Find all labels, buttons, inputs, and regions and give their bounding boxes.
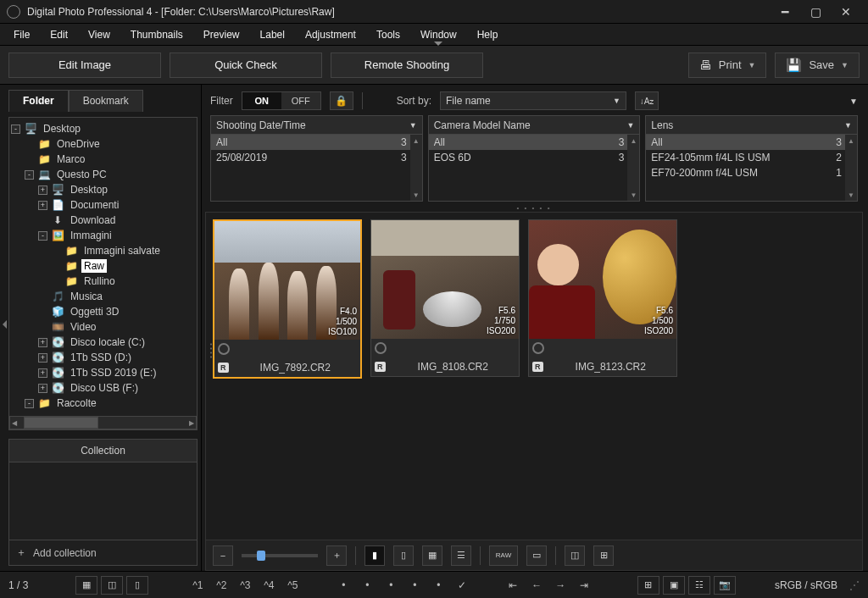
filter-row[interactable]: EF70-200mm f/4L USM1 <box>646 165 857 180</box>
tree-node-video[interactable]: 🎞️Video <box>11 319 195 335</box>
tree-node-rullino[interactable]: 📁Rullino <box>11 274 195 289</box>
menu-help[interactable]: Help <box>469 25 507 44</box>
menu-view[interactable]: View <box>80 25 119 44</box>
vertical-scrollbar[interactable]: ▲▼ <box>627 135 639 201</box>
view-single-button[interactable]: ▮ <box>364 545 385 566</box>
tree-node-questo-pc[interactable]: -💻Questo PC <box>11 167 195 182</box>
view-filmstrip-button[interactable]: ▯ <box>393 545 414 566</box>
filter-row[interactable]: All3 <box>429 135 640 150</box>
add-collection-button[interactable]: ＋ Add collection <box>9 540 197 565</box>
collapse-icon[interactable]: - <box>38 231 47 241</box>
vertical-scrollbar[interactable]: ▲▼ <box>410 135 422 201</box>
horizontal-splitter[interactable]: • • • • • <box>205 205 863 212</box>
scroll-up-icon[interactable]: ▲ <box>845 135 857 147</box>
scroll-up-icon[interactable]: ▲ <box>627 135 639 147</box>
label-4[interactable]: • <box>428 576 448 595</box>
view-grid-button[interactable]: ▦ <box>422 545 442 566</box>
tree-node-disco-locale-c-[interactable]: +💽Disco locale (C:) <box>11 335 195 350</box>
tree-node-raw[interactable]: 📁Raw <box>11 258 195 274</box>
tree-node-documenti[interactable]: +📄Documenti <box>11 197 195 213</box>
rating-5-button[interactable]: ^5 <box>282 576 303 595</box>
scroll-down-icon[interactable]: ▼ <box>627 189 639 201</box>
rating-1-button[interactable]: ^1 <box>187 576 208 595</box>
save-button[interactable]: 💾 Save ▼ <box>775 53 860 78</box>
resize-grip-icon[interactable]: ⋰ <box>844 579 860 591</box>
layout-single-button[interactable]: ▯ <box>126 576 148 595</box>
filter-header-dropdown[interactable]: Camera Model Name▼ <box>429 116 640 135</box>
select-tool-button[interactable]: ▭ <box>526 545 547 566</box>
expand-icon[interactable]: + <box>38 338 47 347</box>
print-button[interactable]: 🖶 Print ▼ <box>688 53 767 78</box>
tree-node-immagini[interactable]: -🖼️Immagini <box>11 228 195 243</box>
filter-toggle[interactable]: ON OFF <box>242 91 321 110</box>
filter-collapse-icon[interactable]: ▼ <box>849 97 858 106</box>
camera-button[interactable]: 📷 <box>714 576 736 595</box>
expand-icon[interactable]: + <box>38 368 47 378</box>
thumbnail-0[interactable]: F4.01/500ISO100RIMG_7892.CR2 <box>213 219 362 379</box>
filter-on[interactable]: ON <box>242 92 281 109</box>
edit-image-button[interactable]: Edit Image <box>8 53 161 78</box>
horizontal-scrollbar[interactable]: ◀ ▶ <box>9 416 197 429</box>
layout-split-button[interactable]: ◫ <box>101 576 123 595</box>
label-2[interactable]: • <box>381 576 401 595</box>
filter-header-dropdown[interactable]: Lens▼ <box>646 116 857 135</box>
tree-node-immagini-salvate[interactable]: 📁Immagini salvate <box>11 243 195 258</box>
nav-prev[interactable]: ← <box>526 576 547 595</box>
thumbnail-grid[interactable]: • • • • F4.01/500ISO100RIMG_7892.CR2F5.6… <box>205 212 863 540</box>
sort-direction-button[interactable]: ↓Aᴢ <box>635 91 659 110</box>
tree-node-desktop[interactable]: -🖥️Desktop <box>11 121 195 136</box>
tree-node-onedrive[interactable]: 📁OneDrive <box>11 136 195 152</box>
zoom-in-button[interactable]: ＋ <box>326 545 347 566</box>
tree-node-raccolte[interactable]: -📁Raccolte <box>11 396 195 411</box>
collapse-icon[interactable]: - <box>25 170 34 180</box>
expand-icon[interactable]: + <box>38 185 47 195</box>
histogram-button[interactable]: ⊞ <box>637 576 659 595</box>
quick-check-button[interactable]: Quick Check <box>170 53 322 78</box>
filter-header-dropdown[interactable]: Shooting Date/Time▼ <box>211 116 422 135</box>
scrollbar-thumb[interactable] <box>24 417 98 429</box>
nav-next[interactable]: → <box>550 576 570 595</box>
expand-icon[interactable]: + <box>38 353 47 363</box>
menu-label[interactable]: Label <box>252 25 293 44</box>
label-3[interactable]: • <box>404 576 425 595</box>
rating-3-button[interactable]: ^3 <box>235 576 255 595</box>
properties-button[interactable]: ☷ <box>688 576 710 595</box>
sort-dropdown[interactable]: File name ▼ <box>440 91 626 110</box>
tab-bookmark[interactable]: Bookmark <box>69 90 143 112</box>
vertical-scrollbar[interactable]: ▲▼ <box>845 135 857 201</box>
filter-row[interactable]: EF24-105mm f/4L IS USM2 <box>646 150 857 165</box>
tree-node-1tb-ssd-d-[interactable]: +💽1Tb SSD (D:) <box>11 350 195 365</box>
filter-row[interactable]: All3 <box>646 135 857 150</box>
zoom-out-button[interactable]: − <box>213 545 233 566</box>
tree-node-download[interactable]: ⬇Download <box>11 213 195 228</box>
menu-preview[interactable]: Preview <box>195 25 248 44</box>
menu-tools[interactable]: Tools <box>368 25 409 44</box>
vertical-splitter[interactable]: • • • • <box>208 343 215 358</box>
filter-list[interactable]: All325/08/20193▲▼ <box>211 135 422 201</box>
filter-row[interactable]: All3 <box>211 135 422 150</box>
left-collapse-handle[interactable] <box>0 85 8 564</box>
maximize-button[interactable]: ▢ <box>800 0 831 24</box>
zoom-slider[interactable] <box>242 554 318 557</box>
thumbnail-1[interactable]: F5.61/750ISO200RIMG_8108.CR2 <box>370 219 520 377</box>
tree-node-oggetti-3d[interactable]: 🧊Oggetti 3D <box>11 304 195 319</box>
label-none[interactable]: • <box>333 576 353 595</box>
tree-node-1tb-ssd-2019-e-[interactable]: +💽1Tb SSD 2019 (E:) <box>11 365 195 380</box>
panel-toggle-2[interactable]: ⊞ <box>593 545 614 566</box>
label-1[interactable]: • <box>357 576 377 595</box>
filter-list[interactable]: All3EF24-105mm f/4L IS USM2EF70-200mm f/… <box>646 135 857 201</box>
scroll-up-icon[interactable]: ▲ <box>410 135 422 147</box>
label-check[interactable]: ✓ <box>452 576 472 595</box>
remote-shooting-button[interactable]: Remote Shooting <box>331 53 483 78</box>
thumbnail-2[interactable]: F5.61/500ISO200RIMG_8123.CR2 <box>528 219 677 377</box>
expand-icon[interactable]: + <box>38 201 47 210</box>
slider-knob[interactable] <box>257 551 265 561</box>
info-button[interactable]: ▣ <box>663 576 685 595</box>
close-button[interactable]: ✕ <box>831 0 861 24</box>
filter-list[interactable]: All3EOS 6D3▲▼ <box>429 135 640 201</box>
collapse-icon[interactable]: - <box>11 125 20 134</box>
view-list-button[interactable]: ☰ <box>451 545 471 566</box>
layout-grid-button[interactable]: ▦ <box>75 576 97 595</box>
folder-tree[interactable]: -🖥️Desktop📁OneDrive📁Marco-💻Questo PC+🖥️D… <box>9 118 197 416</box>
raw-jpeg-button[interactable]: RAW <box>489 545 518 566</box>
